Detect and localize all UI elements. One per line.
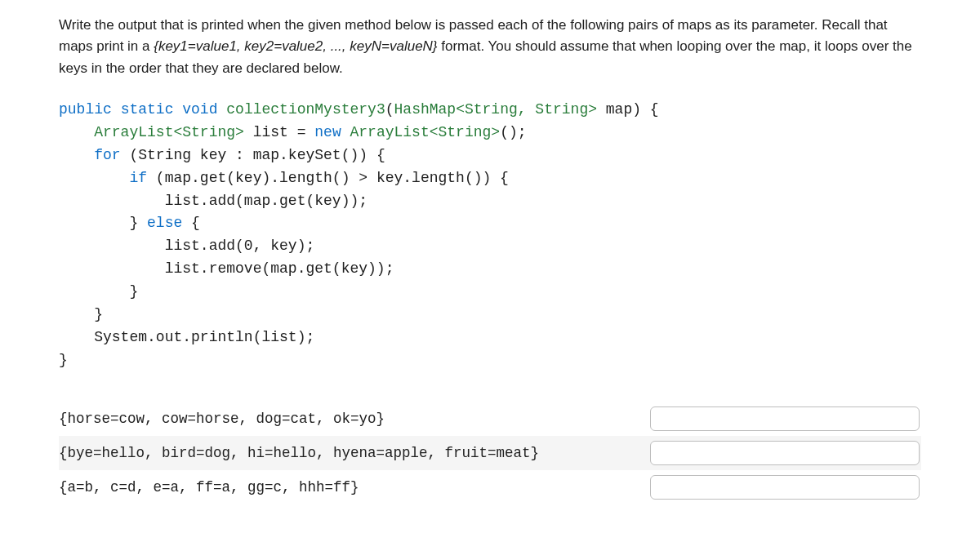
- kw-public: public: [59, 101, 112, 118]
- add-key: list.add(0, key);: [165, 238, 315, 254]
- brace-close-else: }: [129, 283, 138, 300]
- ctor: ();: [500, 124, 526, 140]
- type-hashmap: HashMap: [394, 101, 457, 118]
- row-input-cell: [644, 436, 921, 470]
- answer-input-3[interactable]: [650, 475, 920, 500]
- code-block: public static void collectionMystery3(Ha…: [59, 99, 921, 372]
- sig-open: (: [385, 101, 394, 118]
- param: map) {: [597, 101, 659, 118]
- table-row: {horse=cow, cow=horse, dog=cat, ok=yo}: [59, 402, 921, 436]
- row-prompt: {a=b, c=d, e=a, ff=a, gg=c, hhh=ff}: [59, 470, 644, 504]
- add-val: list.add(map.get(key));: [165, 193, 368, 209]
- kw-static: static: [121, 101, 174, 118]
- answer-table: {horse=cow, cow=horse, dog=cat, ok=yo} {…: [59, 402, 921, 504]
- decl: list =: [244, 124, 314, 140]
- println: System.out.println(list);: [94, 329, 314, 345]
- instructions-format: {key1=value1, key2=value2, ..., keyN=val…: [154, 38, 437, 54]
- type-arraylist2: ArrayList: [350, 124, 430, 140]
- method-name: collectionMystery3: [226, 101, 385, 118]
- row-prompt: {bye=hello, bird=dog, hi=hello, hyena=ap…: [59, 436, 644, 470]
- kw-for: for: [94, 147, 120, 163]
- kw-else: else: [147, 215, 182, 231]
- row-input-cell: [644, 470, 921, 504]
- brace-close-for: }: [94, 306, 103, 322]
- kw-if: if: [129, 170, 147, 186]
- brace-close-if: }: [129, 215, 138, 231]
- kw-new: new: [314, 124, 341, 140]
- brace-close-method: }: [59, 352, 68, 368]
- type-generic1: <String, String>: [456, 101, 597, 118]
- else-head: {: [182, 215, 200, 231]
- type-generic2: <String>: [173, 124, 243, 140]
- if-head: (map.get(key).length() > key.length()) {: [147, 170, 509, 186]
- type-arraylist: ArrayList: [94, 124, 173, 140]
- table-row: {bye=hello, bird=dog, hi=hello, hyena=ap…: [59, 436, 921, 470]
- row-input-cell: [644, 402, 921, 436]
- table-row: {a=b, c=d, e=a, ff=a, gg=c, hhh=ff}: [59, 470, 921, 504]
- row-prompt: {horse=cow, cow=horse, dog=cat, ok=yo}: [59, 402, 644, 436]
- kw-void: void: [182, 101, 217, 118]
- answer-input-2[interactable]: [650, 441, 920, 465]
- instructions-text: Write the output that is printed when th…: [59, 15, 921, 79]
- for-head: (String key : map.keySet()) {: [121, 147, 385, 163]
- type-generic3: <String>: [430, 124, 500, 140]
- remove-val: list.remove(map.get(key));: [165, 260, 394, 277]
- answer-input-1[interactable]: [650, 406, 920, 431]
